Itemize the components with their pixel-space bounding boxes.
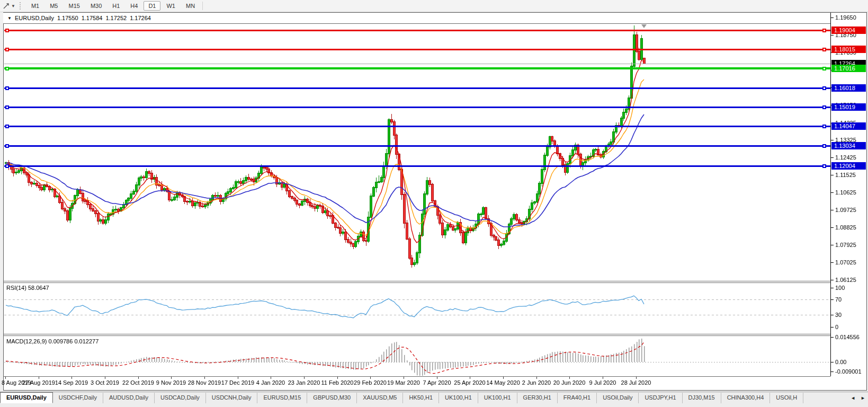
- chart-tab-usdcad-daily[interactable]: USDCAD,Daily: [155, 393, 206, 403]
- timeframe-button-mn[interactable]: MN: [181, 1, 200, 11]
- price-chart-canvas[interactable]: [0, 0, 868, 407]
- chart-tab-ger30-h1[interactable]: GER30,H1: [517, 393, 558, 403]
- date-label: 28 Jul 2020: [621, 379, 651, 386]
- rsi-tick-label: 0: [835, 324, 838, 330]
- chart-shift-marker-icon[interactable]: [641, 24, 647, 28]
- date-label: 9 Nov 2019: [156, 379, 186, 386]
- chart-tab-usoil-h[interactable]: USOil,H: [770, 393, 803, 403]
- price-tick-label: 1.19650: [835, 14, 856, 21]
- chart-tab-usdcnh-daily[interactable]: USDCNH,Daily: [206, 393, 258, 403]
- date-tick-mark: [71, 377, 72, 379]
- timeframe-button-d1[interactable]: D1: [144, 1, 160, 11]
- chart-tab-bar: EURUSD,DailyUSDCHF,DailyAUDUSD,DailyUSDC…: [0, 392, 868, 407]
- date-label: 4 Jan 2020: [256, 379, 285, 386]
- line-handle-left[interactable]: [5, 29, 9, 32]
- macd-splitter-bottom[interactable]: [3, 335, 830, 336]
- chart-tab-gbpusd-m30[interactable]: GBPUSD,M30: [307, 393, 357, 403]
- rsi-splitter-top[interactable]: [3, 281, 830, 281]
- chart-tab-audusd-daily[interactable]: AUDUSD,Daily: [103, 393, 155, 403]
- ohlc-high: 1.17584: [82, 15, 103, 21]
- chart-tab-fra40-h1[interactable]: FRA40,H1: [558, 393, 597, 403]
- rsi-indicator-label: RSI(14) 58.0647: [6, 285, 49, 291]
- chart-tools-dropdown-icon[interactable]: ▼: [11, 4, 15, 8]
- level-price-label: 1.12004: [831, 162, 866, 170]
- support-line[interactable]: [4, 67, 830, 69]
- line-handle-left[interactable]: [5, 48, 9, 51]
- line-handle-right[interactable]: [822, 125, 826, 128]
- support-line[interactable]: [4, 126, 830, 127]
- level-price-label: 1.15019: [831, 103, 866, 111]
- date-label: 9 Jul 2020: [589, 379, 616, 386]
- chart-tools-icon[interactable]: [2, 2, 11, 10]
- level-price-label: 1.14047: [831, 122, 866, 130]
- chart-tab-china300-h4[interactable]: CHINA300,H4: [721, 393, 771, 403]
- line-handle-left[interactable]: [5, 144, 9, 148]
- toolbar-drag-handle[interactable]: [20, 2, 23, 10]
- line-handle-right[interactable]: [822, 67, 826, 70]
- top-toolbar: ▼ M1M5M15M30H1H4D1W1MN: [0, 0, 868, 12]
- timeframe-button-h4[interactable]: H4: [126, 1, 142, 11]
- date-tick-mark: [105, 377, 105, 379]
- support-line[interactable]: [4, 145, 830, 147]
- price-tick-label: 1.11525: [835, 172, 856, 178]
- chart-tab-usoil-daily[interactable]: USOil,Daily: [597, 393, 639, 403]
- chart-tab-eurusd-m15[interactable]: EURUSD,M15: [257, 393, 307, 403]
- line-handle-left[interactable]: [5, 105, 9, 109]
- date-label: 2 Jun 2020: [522, 379, 551, 386]
- line-handle-right[interactable]: [822, 29, 826, 32]
- support-line[interactable]: [4, 87, 830, 89]
- timeframe-button-w1[interactable]: W1: [162, 1, 180, 11]
- chart-tab-xauusd-m5[interactable]: XAUUSD,M5: [357, 393, 403, 403]
- chart-tab-eurusd-daily[interactable]: EURUSD,Daily: [0, 392, 53, 403]
- chart-menu-icon[interactable]: ▼: [7, 16, 12, 21]
- line-handle-right[interactable]: [822, 48, 826, 51]
- line-handle-right[interactable]: [822, 105, 826, 109]
- line-handle-left[interactable]: [5, 125, 9, 128]
- price-tick-label: 1.09725: [835, 207, 856, 213]
- support-line[interactable]: [4, 165, 830, 167]
- ohlc-low: 1.17252: [105, 15, 127, 21]
- line-handle-right[interactable]: [822, 164, 826, 168]
- line-handle-left[interactable]: [5, 67, 9, 70]
- timeframe-button-m1[interactable]: M1: [26, 1, 44, 11]
- timeframe-button-m30[interactable]: M30: [86, 1, 106, 11]
- level-price-label: 1.18015: [831, 46, 866, 53]
- resistance-line[interactable]: [4, 30, 830, 31]
- date-tick-mark: [503, 377, 504, 379]
- line-handle-left[interactable]: [5, 164, 9, 168]
- chart-tab-usdchf-daily[interactable]: USDCHF,Daily: [53, 393, 103, 403]
- level-price-label: 1.17016: [831, 65, 866, 72]
- chart-tab-usdjpy-h1[interactable]: USDJPY,H1: [639, 393, 682, 403]
- date-tick-mark: [404, 377, 404, 379]
- tab-scroll-left-icon[interactable]: ◄: [848, 394, 858, 402]
- macd-tick-label: 0.00: [835, 359, 846, 365]
- timeframe-button-h1[interactable]: H1: [108, 1, 124, 11]
- date-tick-mark: [437, 377, 437, 379]
- timeframe-button-m15[interactable]: M15: [64, 1, 84, 11]
- date-label: 19 Mar 2020: [387, 379, 420, 386]
- date-tick-mark: [536, 377, 537, 379]
- date-label: 20 Jun 2020: [553, 379, 586, 386]
- line-handle-left[interactable]: [5, 86, 9, 90]
- macd-splitter-top[interactable]: [3, 334, 830, 334]
- level-price-label: 1.16018: [831, 84, 866, 92]
- line-handle-right[interactable]: [822, 144, 826, 148]
- chart-tab-dj30-m15[interactable]: DJ30,M15: [683, 393, 721, 403]
- timeframe-button-m5[interactable]: M5: [45, 1, 62, 11]
- date-label: 11 Feb 2020: [321, 379, 354, 386]
- date-tick-mark: [5, 377, 6, 379]
- price-tick-label: 1.12425: [835, 154, 856, 161]
- rsi-splitter-bottom[interactable]: [3, 282, 830, 283]
- price-axis-border: [830, 13, 831, 376]
- date-label: 29 Feb 2020: [354, 379, 387, 386]
- date-label: 14 Sep 2019: [55, 379, 88, 386]
- resistance-line[interactable]: [4, 49, 830, 50]
- chart-tab-uk100-h1[interactable]: UK100,H1: [439, 393, 478, 403]
- support-line[interactable]: [4, 107, 830, 108]
- chart-tab-uk100-h1[interactable]: UK100,H1: [478, 393, 517, 403]
- line-handle-right[interactable]: [822, 86, 826, 90]
- tab-scroll-arrows: ◄ ►: [848, 392, 868, 404]
- tab-scroll-right-icon[interactable]: ►: [858, 394, 868, 402]
- chart-tab-hk50-h1[interactable]: HK50,H1: [403, 393, 439, 403]
- date-tick-mark: [636, 377, 637, 379]
